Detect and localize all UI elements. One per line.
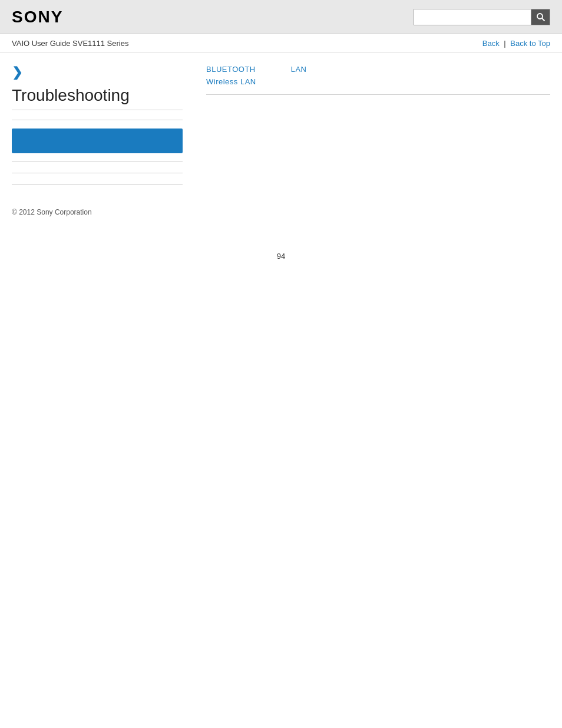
search-icon bbox=[536, 12, 546, 22]
nav-bar: VAIO User Guide SVE1111 Series Back | Ba… bbox=[0, 34, 562, 53]
footer: © 2012 Sony Corporation bbox=[0, 190, 562, 228]
nav-separator: | bbox=[504, 39, 505, 48]
sidebar-divider-1 bbox=[12, 120, 183, 120]
lan-link[interactable]: LAN bbox=[291, 65, 307, 74]
breadcrumb: VAIO User Guide SVE1111 Series bbox=[12, 39, 128, 48]
svg-point-0 bbox=[537, 14, 543, 19]
sidebar-divider-2 bbox=[12, 162, 183, 162]
search-button[interactable] bbox=[531, 9, 550, 25]
sidebar-divider-4 bbox=[12, 184, 183, 185]
sidebar: ❯ Troubleshooting bbox=[12, 65, 194, 190]
sidebar-divider-3 bbox=[12, 173, 183, 173]
sidebar-blue-block bbox=[12, 129, 183, 153]
main-content: ❯ Troubleshooting BLUETOOTH LAN Wireless… bbox=[0, 53, 562, 190]
bluetooth-link[interactable]: BLUETOOTH bbox=[206, 65, 256, 74]
content-area: BLUETOOTH LAN Wireless LAN bbox=[194, 65, 550, 190]
svg-line-1 bbox=[542, 18, 545, 21]
sidebar-title: Troubleshooting bbox=[12, 86, 183, 110]
wireless-lan-link[interactable]: Wireless LAN bbox=[206, 77, 256, 86]
search-input[interactable] bbox=[414, 9, 531, 25]
search-area bbox=[414, 9, 550, 25]
content-links-row-1: BLUETOOTH LAN bbox=[206, 65, 550, 74]
content-divider bbox=[206, 94, 550, 95]
sony-logo: SONY bbox=[12, 8, 63, 27]
page-number: 94 bbox=[0, 252, 562, 272]
nav-right: Back | Back to Top bbox=[482, 39, 550, 48]
back-link[interactable]: Back bbox=[482, 39, 500, 48]
chevron-icon: ❯ bbox=[12, 65, 183, 80]
header: SONY bbox=[0, 0, 562, 34]
back-to-top-link[interactable]: Back to Top bbox=[510, 39, 550, 48]
copyright: © 2012 Sony Corporation bbox=[12, 208, 92, 216]
content-links-row-2: Wireless LAN bbox=[206, 77, 550, 86]
